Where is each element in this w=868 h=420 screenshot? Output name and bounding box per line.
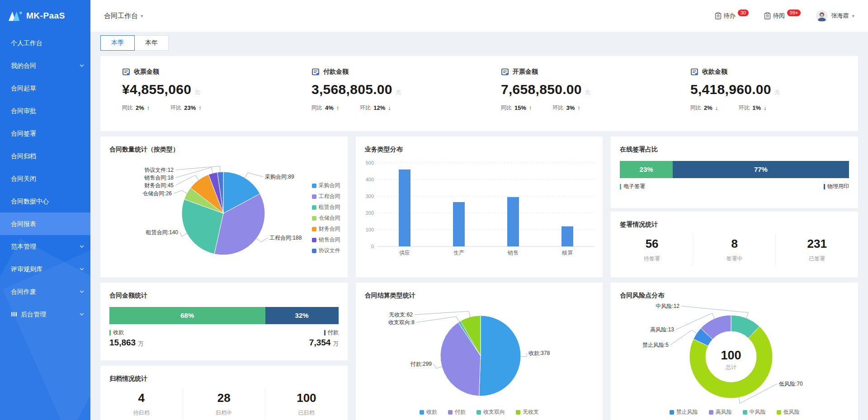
topbar-right: 待办 30 待阅 99+ <box>699 10 854 22</box>
segment-收款[interactable]: 68% <box>109 307 265 324</box>
legend-item-4[interactable]: 财务合同 <box>312 225 340 233</box>
legend-item-0[interactable]: 禁止风险 <box>670 408 698 416</box>
legend-swatch <box>312 194 316 199</box>
legend-item-3[interactable]: 低风险 <box>777 408 800 416</box>
kpi-value: 3,568,805.00元 <box>311 82 479 97</box>
bar-3[interactable] <box>561 227 573 246</box>
legend-item-2[interactable]: 租赁合同 <box>312 203 340 211</box>
kpi-compare: 同比15%↑环比3%↑ <box>501 104 669 112</box>
sidebar-item-contract-close[interactable]: 合同关闭 <box>0 167 90 190</box>
slice-0[interactable] <box>479 316 520 396</box>
legend-item-3[interactable]: 无收支 <box>516 408 539 416</box>
bar-1[interactable] <box>453 202 465 246</box>
toread-link[interactable]: 待阅 99+ <box>764 12 801 20</box>
bar-2[interactable] <box>507 197 519 246</box>
label-text: 付款 <box>328 329 339 336</box>
arrow-up-icon: ↑ <box>529 104 532 111</box>
legend-swatch <box>312 238 316 242</box>
y-tick-label: 300 <box>365 193 373 199</box>
sidebar-item-contract-approval[interactable]: 合同审批 <box>0 99 90 122</box>
legend-item-5[interactable]: 销售合同 <box>312 236 340 244</box>
legend-label: 租赁合同 <box>319 203 340 211</box>
stat-value: 4 <box>100 391 183 405</box>
kpi-title-row: 收款金额 <box>690 68 858 76</box>
workspace-switcher[interactable]: 合同工作台 ▾ <box>104 12 143 20</box>
kpi-value: ¥4,855,060元 <box>122 82 290 97</box>
sidebar-item-contract-report[interactable]: 合同报表 <box>0 212 90 235</box>
chevron-down-icon: ▾ <box>852 13 854 19</box>
legend-label: 付款 <box>455 408 466 416</box>
stat-value: 100 <box>265 391 348 405</box>
stat-label: 已归档 <box>265 409 348 417</box>
legend-label: 禁止风险 <box>676 408 698 416</box>
legend-swatch <box>312 227 316 231</box>
card-sign-status: 签署情况统计 56待签署8签署中231已签署 <box>611 212 858 277</box>
legend-label: 采购合同 <box>319 182 340 189</box>
dashboard: 本季本年 收票金额¥4,855,060元同比2%↑环比23%↑ 付款金额3,56… <box>90 32 868 420</box>
compare-value: 4% <box>325 104 334 111</box>
sidebar-item-template-management[interactable]: 范本管理 <box>0 235 90 258</box>
kpi-title: 开票金额 <box>513 68 538 76</box>
contract-count-legend: 采购合同工程合同租赁合同仓储合同财务合同销售合同协议文件 <box>312 182 340 255</box>
legend-item-6[interactable]: 协议文件 <box>312 247 340 255</box>
label-marker <box>109 330 111 335</box>
bar-0[interactable] <box>399 170 410 246</box>
chevron-down-icon <box>80 64 84 67</box>
tab-this-quarter[interactable]: 本季 <box>100 35 135 51</box>
legend-item-1[interactable]: 工程合同 <box>312 193 340 200</box>
archive-status-stats: 4待归档28归档中100已归档 <box>100 388 348 420</box>
arrow-up-icon: ↑ <box>198 104 202 111</box>
card-title: 合同金额统计 <box>100 283 348 300</box>
label-text: 物理用印 <box>827 183 849 190</box>
legend-label: 收支双向 <box>483 408 505 416</box>
y-tick-label: 200 <box>365 210 373 216</box>
sidebar-item-contract-draft[interactable]: 合同起草 <box>0 77 90 99</box>
sidebar-item-label: 合同归档 <box>11 152 36 160</box>
kpi-payment: 付款金额3,568,805.00元同比4%↑环比12%↓ <box>290 68 479 119</box>
kpi-title: 收票金额 <box>134 68 159 76</box>
y-tick-label: 400 <box>365 177 373 182</box>
chevron-down-icon <box>80 290 84 293</box>
sidebar-item-contract-archive[interactable]: 合同归档 <box>0 145 90 167</box>
user-avatar-icon <box>816 10 828 22</box>
sidebar-item-admin[interactable]: 后台管理 <box>0 303 90 326</box>
legend-item-2[interactable]: 收支双向 <box>476 408 505 416</box>
segment-物理用印[interactable]: 77% <box>673 161 849 178</box>
legend-item-3[interactable]: 仓储合同 <box>312 214 340 222</box>
kpi-band: 收票金额¥4,855,060元同比2%↑环比23%↑ 付款金额3,568,805… <box>100 56 858 131</box>
legend-item-1[interactable]: 付款 <box>448 408 466 416</box>
segment-label-付款: 付款 <box>324 329 339 336</box>
card-online-sign-ratio: 在线签署占比 23%77% 电子签署物理用印 <box>611 137 858 208</box>
legend-label: 仓储合同 <box>319 214 340 222</box>
sidebar-item-label: 后台管理 <box>21 311 46 318</box>
sidebar-item-contract-sign[interactable]: 合同签署 <box>0 122 90 145</box>
sidebar-item-review-rules[interactable]: 评审规则库 <box>0 258 90 280</box>
segment-付款[interactable]: 32% <box>265 307 339 324</box>
tab-this-year[interactable]: 本年 <box>134 35 169 51</box>
sidebar-item-label: 合同作废 <box>11 288 36 295</box>
user-name: 张海霞 <box>831 12 849 20</box>
legend-label: 财务合同 <box>319 225 340 233</box>
todo-link[interactable]: 待办 30 <box>715 12 749 20</box>
logo[interactable]: MK-PaaS <box>0 0 90 32</box>
sidebar-item-contract-void[interactable]: 合同作废 <box>0 280 90 303</box>
compare-label: 环比 <box>170 104 181 112</box>
clipboard-icon <box>715 12 722 19</box>
sidebar-item-label: 合同起草 <box>11 85 36 92</box>
legend-item-0[interactable]: 采购合同 <box>312 182 340 189</box>
compare-label: 环比 <box>360 104 371 112</box>
card-contract-amount: 合同金额统计 68%32% 收款付款 15,863 万7,354 万 <box>100 283 348 360</box>
sidebar-item-my-contracts[interactable]: 我的合同 <box>0 54 90 77</box>
user-menu[interactable]: 张海霞 ▾ <box>816 10 854 22</box>
compare-value: 15% <box>514 104 526 111</box>
contract-amount-ratio-labels: 收款付款 <box>109 329 339 336</box>
compare-label: 同比 <box>122 104 133 112</box>
legend-item-1[interactable]: 高风险 <box>709 408 732 416</box>
legend-item-2[interactable]: 中风险 <box>743 408 766 416</box>
stat-label: 已签署 <box>776 255 858 263</box>
sidebar-item-contract-data-center[interactable]: 合同数据中心 <box>0 190 90 212</box>
compare-value: 1% <box>752 104 761 111</box>
sidebar-item-personal-workbench[interactable]: 个人工作台 <box>0 32 90 54</box>
legend-item-0[interactable]: 收款 <box>420 408 437 416</box>
segment-电子签署[interactable]: 23% <box>620 161 673 178</box>
